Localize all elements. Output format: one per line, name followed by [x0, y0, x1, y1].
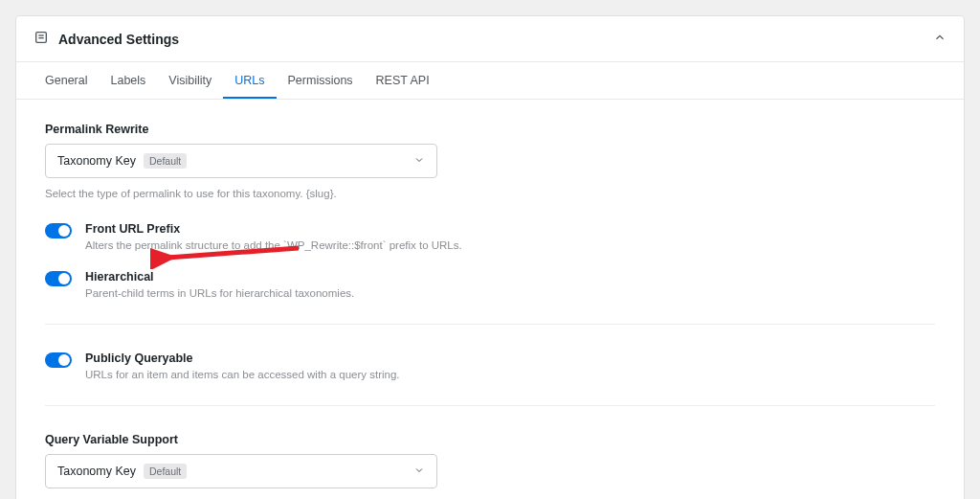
hierarchical-toggle[interactable]: [45, 271, 72, 286]
permalink-select[interactable]: Taxonomy Key Default: [45, 144, 437, 178]
divider: [45, 324, 935, 325]
default-badge: Default: [144, 464, 187, 479]
permalink-rewrite-field: Permalink Rewrite Taxonomy Key Default S…: [45, 123, 935, 201]
publicly-queryable-row: Publicly Queryable URLs for an item and …: [45, 352, 935, 382]
hierarchical-desc: Parent-child terms in URLs for hierarchi…: [85, 285, 935, 301]
settings-section-icon: [33, 30, 49, 48]
permalink-value: Taxonomy Key: [57, 154, 136, 168]
chevron-down-icon: [413, 154, 425, 169]
tab-permissions[interactable]: Permissions: [277, 62, 365, 99]
publicly-queryable-label: Publicly Queryable: [85, 352, 935, 365]
permalink-label: Permalink Rewrite: [45, 123, 935, 136]
chevron-up-icon[interactable]: [933, 31, 947, 47]
query-var-value: Taxonomy Key: [57, 465, 136, 478]
panel-header[interactable]: Advanced Settings: [16, 16, 964, 62]
tab-labels[interactable]: Labels: [99, 62, 157, 99]
query-variable-field: Query Variable Support Taxonomy Key Defa…: [45, 433, 935, 499]
query-var-label: Query Variable Support: [45, 433, 935, 446]
front-url-toggle[interactable]: [45, 223, 72, 238]
tab-urls[interactable]: URLs: [223, 62, 276, 99]
permalink-help: Select the type of permalink to use for …: [45, 186, 935, 201]
hierarchical-label: Hierarchical: [85, 270, 935, 284]
panel-title: Advanced Settings: [58, 32, 179, 47]
front-url-desc: Alters the permalink structure to add th…: [85, 238, 935, 253]
tabs: General Labels Visibility URLs Permissio…: [16, 62, 964, 100]
tab-rest-api[interactable]: REST API: [365, 62, 441, 99]
query-var-select[interactable]: Taxonomy Key Default: [45, 454, 437, 488]
advanced-settings-panel: Advanced Settings General Labels Visibil…: [15, 15, 965, 499]
front-url-label: Front URL Prefix: [85, 222, 935, 236]
tab-general[interactable]: General: [33, 62, 99, 99]
chevron-down-icon: [413, 465, 425, 479]
default-badge: Default: [144, 153, 187, 169]
publicly-queryable-toggle[interactable]: [45, 352, 72, 368]
divider: [45, 405, 935, 406]
hierarchical-row: Hierarchical Parent-child terms in URLs …: [45, 270, 935, 301]
tab-visibility[interactable]: Visibility: [157, 62, 223, 99]
front-url-prefix-row: Front URL Prefix Alters the permalink st…: [45, 222, 935, 253]
publicly-queryable-desc: URLs for an item and items can be access…: [85, 367, 935, 382]
panel-body: Permalink Rewrite Taxonomy Key Default S…: [16, 100, 964, 499]
